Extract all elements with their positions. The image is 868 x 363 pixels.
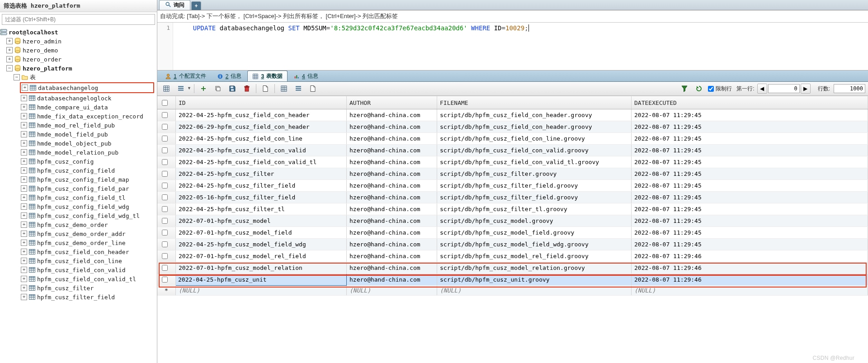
cell-author[interactable]: hzero@hand-china.com bbox=[347, 239, 437, 250]
table-row-null[interactable]: *(NULL)(NULL)(NULL)(NULL) bbox=[157, 286, 868, 296]
row-checkbox[interactable] bbox=[157, 192, 176, 203]
limit-rows-checkbox[interactable]: 限制行 bbox=[707, 85, 732, 93]
tree-node-table[interactable]: +hpfm_cusz_config_field_tl bbox=[0, 193, 157, 202]
cell-author[interactable]: hzero@hand-china.com bbox=[347, 145, 437, 156]
expand-icon[interactable]: + bbox=[21, 185, 27, 192]
expand-icon[interactable]: + bbox=[21, 113, 27, 119]
cell-filename[interactable]: script/db/hpfm_cusz_filter_tl.groovy bbox=[437, 203, 632, 215]
tree-node-db[interactable]: + hzero_demo bbox=[0, 46, 157, 55]
header-id[interactable]: ID bbox=[176, 96, 347, 109]
toolbar-refresh-button[interactable] bbox=[693, 83, 705, 94]
tree-node-table[interactable]: +hpfm_cusz_config_field_wdg_tl bbox=[0, 211, 157, 220]
expand-icon[interactable]: + bbox=[21, 95, 27, 101]
cell-filename[interactable]: script/db/hpfm_cusz_model.groovy bbox=[437, 215, 632, 227]
expand-icon[interactable]: + bbox=[6, 56, 13, 62]
row-checkbox[interactable] bbox=[157, 239, 176, 250]
new-tab-button[interactable]: + bbox=[191, 1, 201, 10]
cell-dateexec[interactable]: 2022-08-07 11:29:45 bbox=[632, 180, 868, 192]
cell-filename[interactable]: script/db/hpfm_cusz_model_rel_field.groo… bbox=[437, 250, 632, 262]
cell-dateexec[interactable]: 2022-08-07 11:29:46 bbox=[632, 274, 868, 286]
toolbar-add-row-button[interactable] bbox=[197, 83, 210, 94]
expand-icon[interactable]: + bbox=[22, 85, 28, 91]
cell-dateexec[interactable]: 2022-08-07 11:29:45 bbox=[632, 145, 868, 156]
header-filename[interactable]: FILENAME bbox=[437, 96, 632, 109]
tree-node-table[interactable]: +hpfm_cusz_config_field_par bbox=[0, 184, 157, 193]
tree-node-table[interactable]: +hmde_model_object_pub bbox=[0, 139, 157, 148]
toolbar-save-button[interactable] bbox=[226, 83, 239, 94]
next-page-button[interactable]: ▶ bbox=[801, 84, 811, 94]
expand-icon[interactable]: + bbox=[21, 122, 27, 128]
prev-page-button[interactable]: ◀ bbox=[757, 84, 767, 94]
cell-dateexec[interactable]: 2022-08-07 11:29:45 bbox=[632, 227, 868, 239]
row-checkbox[interactable] bbox=[157, 109, 176, 121]
tree-node-table[interactable]: +databasechangeloglock bbox=[0, 94, 157, 103]
table-row[interactable]: 2022-04-25-hpfm_cusz_unithzero@hand-chin… bbox=[157, 274, 868, 286]
expand-icon[interactable]: + bbox=[21, 249, 27, 255]
expand-icon[interactable]: + bbox=[21, 140, 27, 146]
cell-dateexec[interactable]: 2022-08-07 11:29:45 bbox=[632, 203, 868, 215]
expand-icon[interactable]: + bbox=[21, 258, 27, 264]
cell-id[interactable]: (NULL) bbox=[176, 286, 347, 296]
cell-author[interactable]: hzero@hand-china.com bbox=[347, 121, 437, 133]
expand-icon[interactable]: + bbox=[21, 231, 27, 237]
tree-node-table[interactable]: +hmde_model_relation_pub bbox=[0, 148, 157, 157]
cell-filename[interactable]: script/db/hpfm_cusz_model_relation.groov… bbox=[437, 262, 632, 274]
toolbar-columns-button[interactable] bbox=[292, 83, 305, 94]
tree-node-table[interactable]: +hpfm_cusz_field_con_valid bbox=[0, 265, 157, 274]
table-row[interactable]: 2022-07-01-hpfm_cusz_model_rel_fieldhzer… bbox=[157, 250, 868, 262]
table-row[interactable]: 2022-07-01-hpfm_cusz_model_relationhzero… bbox=[157, 262, 868, 274]
cell-author[interactable]: hzero@hand-china.com bbox=[347, 168, 437, 180]
cell-id[interactable]: 2022-07-01-hpfm_cusz_model bbox=[176, 215, 347, 227]
collapse-icon[interactable]: − bbox=[14, 74, 20, 80]
cell-id[interactable]: 2022-04-25-hpfm_cusz_filter bbox=[176, 168, 347, 180]
cell-filename[interactable]: script/db/hpfm_cusz_filter_field.groovy bbox=[437, 192, 632, 203]
tree-node-db[interactable]: + hzero_order bbox=[0, 55, 157, 64]
expand-icon[interactable]: + bbox=[21, 222, 27, 228]
row-checkbox[interactable] bbox=[157, 203, 176, 215]
table-row[interactable]: 2022-05-16-hpfm_cusz_filter_fieldhzero@h… bbox=[157, 192, 868, 203]
cell-filename[interactable]: script/db/hpfm_cusz_field_con_header.gro… bbox=[437, 109, 632, 121]
sql-editor[interactable]: 1 UPDATE databasechangelog SET MD5SUM='8… bbox=[157, 23, 868, 71]
tree-node-table[interactable]: +hmde_mod_rel_field_pub bbox=[0, 121, 157, 130]
cell-dateexec[interactable]: 2022-08-07 11:29:45 bbox=[632, 109, 868, 121]
cell-author[interactable]: hzero@hand-china.com bbox=[347, 250, 437, 262]
tree-node-table[interactable]: +hpfm_cusz_field_con_line bbox=[0, 256, 157, 265]
tree-node-table[interactable]: +hpfm_cusz_filter_field bbox=[0, 292, 157, 302]
cell-id[interactable]: 2022-04-25-hpfm_cusz_field_con_valid bbox=[176, 145, 347, 156]
tab-query[interactable]: 询问 bbox=[159, 0, 190, 10]
table-row[interactable]: 2022-04-25-hpfm_cusz_filterhzero@hand-ch… bbox=[157, 168, 868, 180]
row-checkbox[interactable] bbox=[157, 180, 176, 192]
cell-id[interactable]: 2022-04-25-hpfm_cusz_field_con_valid_tl bbox=[176, 156, 347, 168]
table-row[interactable]: 2022-04-25-hpfm_cusz_field_con_valid_tlh… bbox=[157, 156, 868, 168]
tree-node-table[interactable]: +hpfm_cusz_config_field_wdg bbox=[0, 202, 157, 211]
rows-input[interactable] bbox=[834, 84, 865, 93]
tree-node-table-highlight[interactable]: + databasechangelog bbox=[20, 82, 154, 93]
tree-node-table[interactable]: +hpfm_cusz_demo_order_line bbox=[0, 238, 157, 247]
tab-info-1[interactable]: 2 信息 bbox=[212, 71, 247, 81]
cell-filename[interactable]: script/db/hpfm_cusz_field_con_header.gro… bbox=[437, 121, 632, 133]
tree-node-table[interactable]: +hmde_fix_data_exception_record bbox=[0, 112, 157, 121]
tree-node-db-active[interactable]: − hzero_platform bbox=[0, 64, 157, 73]
cell-id[interactable]: 2022-04-25-hpfm_cusz_field_con_header bbox=[176, 109, 347, 121]
cell-id[interactable]: 2022-04-25-hpfm_cusz_model_field_wdg bbox=[176, 239, 347, 250]
cell-author[interactable]: hzero@hand-china.com bbox=[347, 215, 437, 227]
tree-node-db[interactable]: + hzero_admin bbox=[0, 37, 157, 46]
tree-node-table[interactable]: +hpfm_cusz_config bbox=[0, 157, 157, 166]
cell-id[interactable]: 2022-04-25-hpfm_cusz_field_con_line bbox=[176, 133, 347, 145]
row-checkbox[interactable] bbox=[157, 156, 176, 168]
tree-node-table[interactable]: +hpfm_cusz_field_con_valid_tl bbox=[0, 274, 157, 283]
cell-id[interactable]: 2022-06-29-hpfm_cusz_field_con_header bbox=[176, 121, 347, 133]
cell-dateexec[interactable]: 2022-08-07 11:29:45 bbox=[632, 121, 868, 133]
cell-filename[interactable]: script/db/hpfm_cusz_field_con_line.groov… bbox=[437, 133, 632, 145]
cell-dateexec[interactable]: 2022-08-07 11:29:46 bbox=[632, 262, 868, 274]
table-row[interactable]: 2022-04-25-hpfm_cusz_field_con_linehzero… bbox=[157, 133, 868, 145]
tab-profile[interactable]: 1 个配置文件 bbox=[160, 71, 211, 81]
cell-dateexec[interactable]: 2022-08-07 11:29:45 bbox=[632, 156, 868, 168]
table-row[interactable]: 2022-07-01-hpfm_cusz_modelhzero@hand-chi… bbox=[157, 215, 868, 227]
table-row[interactable]: 2022-04-25-hpfm_cusz_filter_fieldhzero@h… bbox=[157, 180, 868, 192]
expand-icon[interactable]: + bbox=[21, 104, 27, 110]
tree-node-table[interactable]: +hpfm_cusz_field_con_header bbox=[0, 247, 157, 256]
first-row-input[interactable] bbox=[768, 84, 800, 93]
cell-filename[interactable]: script/db/hpfm_cusz_model_field_wdg.groo… bbox=[437, 239, 632, 250]
cell-id[interactable]: 2022-05-16-hpfm_cusz_filter_field bbox=[176, 192, 347, 203]
